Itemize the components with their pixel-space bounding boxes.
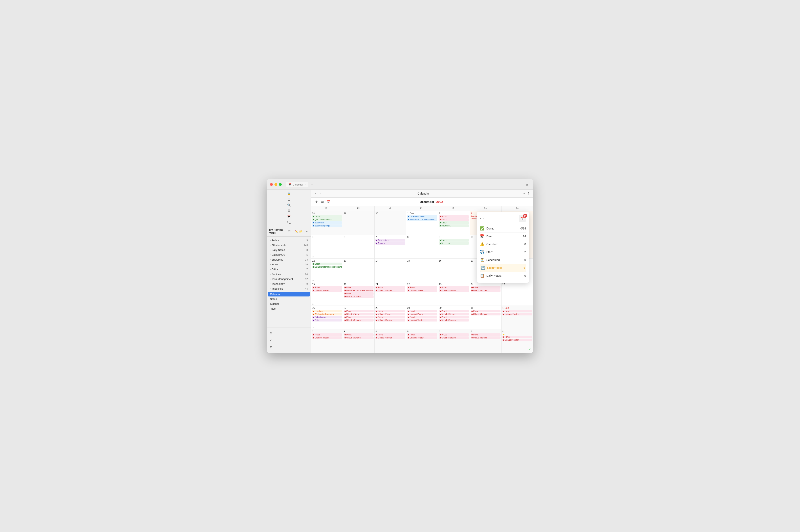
sidebar-item-archiv[interactable]: › Archiv 3 bbox=[268, 238, 310, 243]
calendar-event[interactable]: Urlaub #Torsten bbox=[439, 319, 469, 322]
sort-icon[interactable]: ↕ bbox=[304, 230, 305, 233]
filter-icon[interactable]: ⚙ bbox=[315, 199, 319, 204]
grid-view-icon[interactable]: ▦ bbox=[320, 199, 325, 204]
calendar-event[interactable]: Sequenzerpflege bbox=[312, 224, 342, 227]
calendar-event[interactable]: Urlaub #Pierre bbox=[344, 313, 374, 316]
cal-cell-jan6[interactable]: 6 Privat Urlaub #Torsten bbox=[438, 329, 470, 353]
trash-icon[interactable]: 🗑 bbox=[287, 197, 291, 202]
calendar-event[interactable]: Privat bbox=[439, 316, 469, 319]
calendar-event[interactable]: Newsletter IT-Sachstand i m Dez. 52 bbox=[407, 218, 437, 221]
sidebar-item-task-management[interactable]: › Task Management 12 bbox=[268, 277, 310, 281]
calendar-event[interactable]: Urlaub #Torsten bbox=[502, 339, 532, 341]
new-folder-icon[interactable]: 📁 bbox=[299, 230, 302, 233]
calendar-event[interactable]: Privat bbox=[344, 286, 374, 289]
calendar-event[interactable]: Feiertage bbox=[312, 310, 342, 312]
calendar-event[interactable]: Urlaub #Torsten bbox=[407, 337, 437, 339]
calendar-event[interactable]: Urlaub #Torsten bbox=[375, 337, 405, 339]
more-options-icon[interactable]: ⋮ bbox=[527, 192, 530, 195]
calendar-event[interactable]: Urlaub #Torsten bbox=[502, 313, 532, 316]
sidebar-item-notes[interactable]: Notes bbox=[268, 297, 310, 301]
cal-cell-dec30[interactable]: 30 Privat Urlaub #Pierre Privat Urlaub #… bbox=[438, 306, 470, 329]
cal-cell-dec13[interactable]: 13 bbox=[343, 259, 375, 282]
cal-cell-dec28[interactable]: 28 Privat Urlaub #Pierre Privat Urlaub #… bbox=[375, 306, 406, 329]
calendar-event[interactable]: Weihnachtsfeierertag bbox=[312, 313, 342, 316]
maximize-button[interactable] bbox=[279, 183, 282, 186]
sidebar-item-recipes[interactable]: › Recipes 64 bbox=[268, 272, 310, 277]
calendar-event[interactable]: Urlaub #Pierre bbox=[407, 313, 437, 316]
calendar-event[interactable]: DV-Koordination bbox=[407, 215, 437, 218]
calendar-event[interactable]: Privat bbox=[407, 286, 437, 289]
sidebar-item-sidebar[interactable]: Sidebar bbox=[268, 302, 310, 306]
cal-cell-dec19[interactable]: 19 Privat Urlaub #Torsten 51 bbox=[311, 282, 343, 306]
calendar-event[interactable]: Not- u fen bbox=[439, 242, 469, 245]
calendar-event[interactable]: Privat bbox=[375, 286, 405, 289]
calendar-event[interactable]: Privat bbox=[344, 292, 374, 295]
calendar-event[interactable]: Privat bbox=[312, 286, 342, 289]
cal-cell-dec1[interactable]: 1. Dez. DV-Koordination Newsletter IT-Sa… bbox=[406, 211, 438, 235]
calendar-event[interactable]: Privat bbox=[407, 316, 437, 319]
cal-cell-dec15[interactable]: 15 bbox=[406, 259, 438, 282]
calendar-event[interactable]: Privat bbox=[375, 310, 405, 312]
calendar-event[interactable]: Privat bbox=[407, 310, 437, 312]
calendar-event[interactable]: Sequenzer bbox=[312, 222, 342, 224]
cal-cell-jan8[interactable]: 8 ⚡ Privat Urlaub #Torsten bbox=[501, 329, 533, 353]
calendar-event[interactable]: Privat bbox=[439, 310, 469, 312]
sidebar-item-attachments[interactable]: › Attachments 146 bbox=[268, 243, 310, 247]
more-icon[interactable]: ⋯ bbox=[306, 230, 309, 233]
calendar-event[interactable]: Labor bbox=[439, 222, 469, 224]
sidebar-item-inbox[interactable]: › Inbox 16 bbox=[268, 262, 310, 267]
calendar-event[interactable]: Labor bbox=[312, 263, 342, 265]
cal-cell-dec23[interactable]: 23 Privat Urlaub #Torsten bbox=[438, 282, 470, 306]
cal-cell-dec12[interactable]: 12 Labor DS:BB Dezernatsbesprechung @Wes… bbox=[311, 259, 343, 282]
calendar-event[interactable]: Mikroske... bbox=[439, 224, 469, 227]
calendar-event[interactable]: Urlaub #Torsten bbox=[471, 313, 500, 316]
close-button[interactable] bbox=[270, 183, 273, 186]
settings-icon[interactable]: ⚙ bbox=[268, 344, 309, 350]
cal-cell-jan1[interactable]: 1. Jan. Privat Urlaub #Torsten bbox=[501, 306, 533, 329]
calendar-event[interactable]: Urlaub #Torsten bbox=[375, 319, 405, 322]
sidebar-nav-icon[interactable]: ☰ bbox=[287, 208, 291, 213]
calendar-event[interactable]: Privat bbox=[471, 334, 500, 336]
lock-icon[interactable]: 🔒 bbox=[286, 191, 291, 196]
calendar-event[interactable]: Privat bbox=[471, 310, 500, 312]
sync-icon[interactable]: ⬆ bbox=[268, 330, 309, 337]
cal-cell-dec20[interactable]: 20 Privat Frühester Wechseltermin H elix… bbox=[343, 282, 375, 306]
calendar-event[interactable]: Urlaub #Torsten bbox=[439, 337, 469, 339]
calendar-event[interactable]: Urlaub #Torsten bbox=[471, 337, 500, 339]
sidebar-item-dataviewjs[interactable]: › DataviewJS 5 bbox=[268, 252, 310, 257]
stats-prev-button[interactable]: ‹ bbox=[480, 217, 481, 221]
calendar-event[interactable]: Privat bbox=[407, 334, 437, 336]
cal-cell-dec27[interactable]: 27 Privat Urlaub #Pierre Privat Urlaub #… bbox=[343, 306, 375, 329]
cal-cell-dec24[interactable]: 24 Privat Urlaub #Torsten bbox=[470, 282, 501, 306]
minimize-button[interactable] bbox=[274, 183, 277, 186]
calendar-event[interactable]: Urlaub #Torsten bbox=[407, 319, 437, 322]
sidebar-item-encrypted[interactable]: › Encrypted 13 bbox=[268, 257, 310, 262]
sidebar-item-technology[interactable]: › Technology 9 bbox=[268, 282, 310, 286]
cal-cell-dec29[interactable]: 29 Privat Urlaub #Pierre Privat Urlaub #… bbox=[406, 306, 438, 329]
sidebar-item-office[interactable]: › Office 7 bbox=[268, 267, 310, 272]
window-chevron-icon[interactable]: ⌄ bbox=[522, 183, 524, 186]
new-note-icon[interactable]: ✏️ bbox=[294, 230, 298, 233]
cal-cell-dec9[interactable]: 9 Labor Not- u fen bbox=[438, 235, 470, 258]
calendar-event[interactable]: Privat bbox=[344, 316, 374, 319]
calendar-event[interactable]: Privat bbox=[375, 334, 405, 336]
stats-popup[interactable]: ‹ › 📅 14 ✅ Done: 0/14 bbox=[477, 212, 529, 283]
edit-icon[interactable]: ✏ bbox=[523, 192, 525, 195]
calendar-event[interactable]: Urlaub #Torsten bbox=[312, 289, 342, 292]
calendar-event[interactable]: Labor bbox=[312, 215, 342, 218]
calendar-event[interactable]: Urlaub #Torsten bbox=[407, 289, 437, 292]
calendar-event[interactable]: QM-Dokumentation bbox=[312, 218, 342, 221]
calendar-view-icon[interactable]: 📅 bbox=[326, 199, 331, 204]
calendar-event[interactable]: Urlaub #Pierre bbox=[439, 313, 469, 316]
calendar-event[interactable]: Geburtstage bbox=[375, 239, 405, 242]
tab-close-icon[interactable]: × bbox=[305, 183, 306, 186]
cal-cell-dec8[interactable]: 8 bbox=[406, 235, 438, 258]
calendar-event[interactable]: Urlaub #Pierre bbox=[375, 313, 405, 316]
window-split-icon[interactable]: ⊞ bbox=[526, 183, 528, 186]
help-icon[interactable]: ? bbox=[268, 337, 309, 343]
calendar-event[interactable]: DS:BB Dezernatsbesprechung @Westfalen bbox=[312, 266, 342, 268]
cal-cell-dec6[interactable]: 6 bbox=[343, 235, 375, 258]
calendar-event[interactable]: Urlaub #Torsten bbox=[344, 319, 374, 322]
calendar-event[interactable]: Urlaub #Torsten bbox=[439, 289, 469, 292]
calendar-event[interactable]: Geburtstage bbox=[312, 316, 342, 319]
